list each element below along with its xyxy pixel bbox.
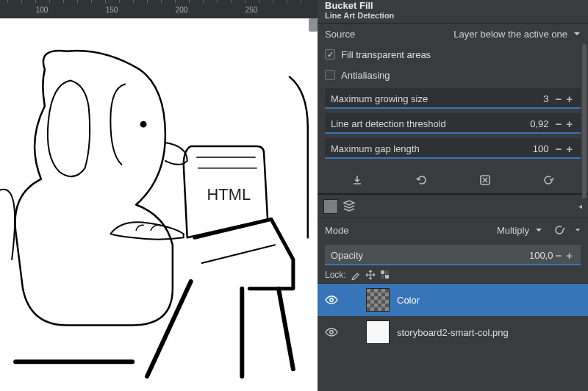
layer-thumbnail <box>366 288 390 312</box>
increase-icon[interactable]: + <box>564 249 575 262</box>
color-swatch[interactable] <box>323 199 338 214</box>
layers-header: ◂ <box>318 195 588 218</box>
max-grow-field[interactable]: Maximum growing size 3 − + <box>325 88 581 109</box>
panel-scrollbar[interactable] <box>582 44 587 198</box>
increase-icon[interactable]: + <box>564 93 575 105</box>
fill-transparent-row[interactable]: Fill transparent areas <box>318 44 588 65</box>
right-panels: Bucket Fill Line Art Detection Source La… <box>318 0 588 391</box>
visibility-icon[interactable] <box>325 293 338 306</box>
svg-rect-5 <box>381 270 384 274</box>
decrease-icon[interactable]: − <box>553 143 564 155</box>
canvas-scrollbar-thumb[interactable] <box>309 18 318 32</box>
mode-row[interactable]: Mode Multiply <box>318 218 588 242</box>
undo-icon[interactable] <box>412 171 430 189</box>
svg-line-3 <box>202 245 275 263</box>
canvas-area[interactable]: 100 150 200 250 <box>0 0 318 391</box>
chevron-down-icon <box>575 226 581 234</box>
lock-brush-icon[interactable] <box>351 270 361 280</box>
layers-icon[interactable] <box>343 198 356 214</box>
threshold-field[interactable]: Line art detection threshold 0,92 − + <box>325 113 581 134</box>
fill-transparent-checkbox[interactable] <box>325 49 335 60</box>
laptop-screen-text: HTML <box>207 185 251 204</box>
layer-row[interactable]: Color <box>318 284 588 316</box>
chevron-down-icon <box>573 30 581 37</box>
layer-thumbnail <box>366 320 390 344</box>
section-line-art: Line Art Detection <box>318 11 588 24</box>
source-label: Source <box>325 29 355 40</box>
increase-icon[interactable]: + <box>564 118 575 130</box>
svg-rect-7 <box>385 270 389 274</box>
fill-transparent-label: Fill transparent areas <box>341 49 431 60</box>
decrease-icon[interactable]: − <box>553 249 564 262</box>
tool-actions <box>318 165 588 193</box>
tool-title: Bucket Fill <box>318 0 588 11</box>
reset-icon[interactable] <box>540 171 558 189</box>
layer-row[interactable]: storyboard2-smart-col.png <box>318 316 588 348</box>
antialiasing-row[interactable]: Antialiasing <box>318 65 588 85</box>
lock-move-icon[interactable] <box>365 270 376 280</box>
panel-menu-icon[interactable]: ◂ <box>578 202 582 210</box>
layer-name[interactable]: storyboard2-smart-col.png <box>397 327 509 338</box>
svg-rect-8 <box>381 275 384 279</box>
layer-name[interactable]: Color <box>397 295 420 306</box>
decrease-icon[interactable]: − <box>553 118 564 130</box>
lock-row: Lock: <box>318 267 588 284</box>
horizontal-ruler: 100 150 200 250 <box>0 0 318 18</box>
antialiasing-label: Antialiasing <box>341 70 390 81</box>
delete-icon[interactable] <box>476 171 494 189</box>
lock-alpha-icon[interactable] <box>380 270 390 280</box>
save-preset-icon[interactable] <box>348 171 366 189</box>
canvas-sketch[interactable]: HTML <box>0 18 309 391</box>
increase-icon[interactable]: + <box>564 143 575 155</box>
svg-point-0 <box>141 122 146 126</box>
mode-switch-icon[interactable] <box>551 221 569 239</box>
svg-rect-6 <box>385 275 389 279</box>
visibility-icon[interactable] <box>325 326 338 339</box>
svg-point-9 <box>330 298 333 301</box>
chevron-down-icon <box>535 226 542 234</box>
decrease-icon[interactable]: − <box>553 93 564 105</box>
antialiasing-checkbox[interactable] <box>325 70 335 80</box>
max-gap-field[interactable]: Maximum gap length 100 − + <box>325 138 581 159</box>
opacity-field[interactable]: Opacity 100,0 − + <box>325 245 581 265</box>
source-row[interactable]: Source Layer below the active one <box>318 24 588 44</box>
source-value: Layer below the active one <box>453 29 567 40</box>
svg-point-10 <box>330 331 333 334</box>
